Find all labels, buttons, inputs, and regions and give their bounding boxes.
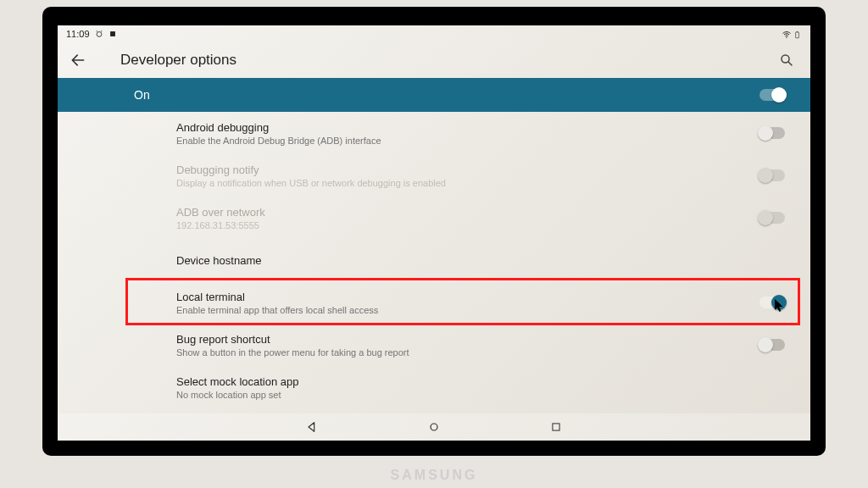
setting-subtitle: 192.168.31.53:5555 [176, 220, 265, 230]
setting-subtitle: Enable the Android Debug Bridge (ADB) in… [176, 136, 381, 146]
setting-title: Local terminal [176, 291, 378, 303]
status-bar: 11:09 [58, 25, 810, 42]
back-button[interactable] [66, 48, 90, 72]
setting-subtitle: Show a button in the power menu for taki… [176, 347, 409, 358]
page-title: Developer options [120, 52, 236, 69]
setting-subtitle: No mock location app set [176, 390, 299, 400]
setting-row-android-debugging[interactable]: Android debuggingEnable the Android Debu… [176, 112, 785, 154]
setting-row-select-mock-location[interactable]: Select mock location appNo mock location… [176, 366, 785, 408]
monitor-bezel: 11:09 [42, 7, 826, 456]
alarm-icon [95, 30, 103, 38]
svg-rect-4 [797, 31, 798, 32]
setting-row-adb-over-network[interactable]: ADB over network192.168.31.53:5555 [176, 197, 785, 239]
setting-subtitle: Display a notification when USB or netwo… [176, 178, 446, 188]
svg-rect-3 [796, 32, 799, 38]
wifi-icon [782, 30, 790, 38]
setting-toggle-adb-over-network [760, 212, 785, 224]
setting-row-bug-report-shortcut[interactable]: Bug report shortcutShow a button in the … [176, 324, 785, 366]
setting-row-device-hostname[interactable]: Device hostname [176, 239, 785, 281]
setting-toggle-android-debugging[interactable] [760, 127, 785, 139]
developer-options-master-toggle[interactable]: On [58, 78, 810, 112]
svg-rect-7 [553, 424, 559, 430]
setting-title: Bug report shortcut [176, 333, 409, 346]
monitor-brand-label: SAMSUNG [0, 468, 868, 483]
app-bar: Developer options [58, 42, 810, 78]
status-time: 11:09 [66, 29, 90, 39]
battery-icon [793, 30, 802, 38]
setting-title: Select mock location app [176, 375, 299, 388]
setting-toggle-debugging-notify [760, 169, 785, 181]
settings-list: Android debuggingEnable the Android Debu… [58, 112, 810, 408]
svg-point-5 [782, 55, 789, 63]
setting-row-local-terminal[interactable]: Local terminalEnable terminal app that o… [176, 281, 785, 324]
device-screen: 11:09 [58, 25, 810, 441]
svg-point-0 [97, 32, 102, 37]
setting-title: Android debugging [176, 121, 381, 134]
setting-subtitle: Enable terminal app that offers local sh… [176, 305, 378, 315]
svg-rect-1 [110, 31, 115, 36]
monitor-surround: 11:09 [0, 0, 868, 488]
search-button[interactable] [775, 48, 798, 72]
setting-toggle-bug-report-shortcut[interactable] [760, 339, 785, 351]
nav-home-button[interactable] [424, 417, 444, 437]
search-icon [779, 53, 794, 68]
master-toggle-switch[interactable] [760, 89, 785, 101]
setting-row-debugging-notify[interactable]: Debugging notifyDisplay a notification w… [176, 154, 785, 197]
setting-title: Debugging notify [176, 164, 446, 176]
setting-title: ADB over network [176, 206, 265, 219]
svg-point-6 [431, 424, 437, 430]
svg-point-2 [786, 36, 787, 38]
navigation-bar [58, 413, 810, 441]
nav-back-button[interactable] [302, 417, 322, 437]
setting-toggle-local-terminal[interactable] [760, 297, 785, 308]
square-icon [108, 30, 117, 38]
nav-recents-button[interactable] [546, 417, 566, 437]
setting-title: Device hostname [176, 254, 261, 267]
master-toggle-label: On [134, 88, 150, 102]
